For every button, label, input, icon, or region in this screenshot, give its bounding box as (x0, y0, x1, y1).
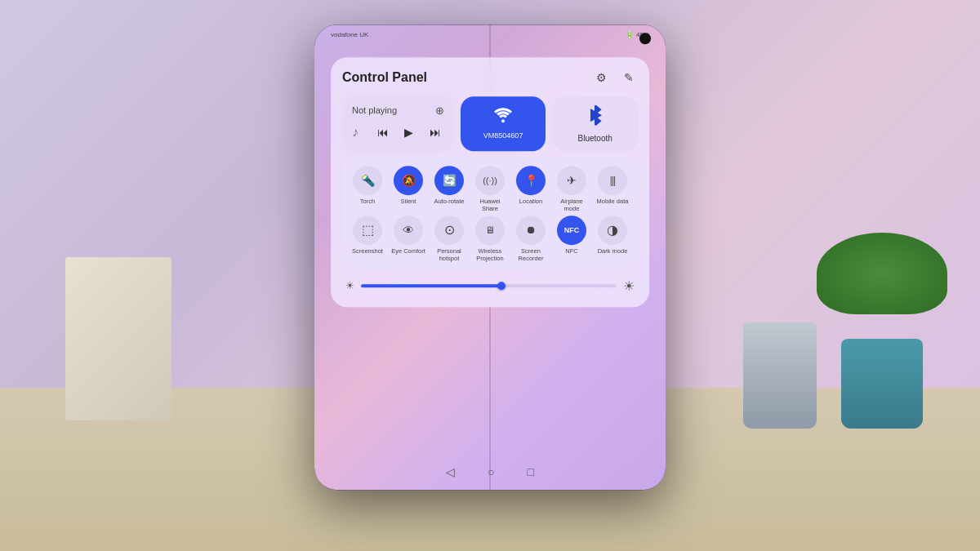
brightness-min-icon: ☀ (345, 280, 354, 291)
edit-icon[interactable]: ✎ (620, 69, 638, 87)
settings-icon[interactable]: ⚙ (592, 69, 610, 87)
media-note-icon: ♪ (352, 125, 359, 140)
nfc-label: NFC (565, 247, 577, 255)
plant-pot (841, 339, 923, 429)
panel-title: Control Panel (342, 70, 427, 85)
toggle-nfc[interactable]: NFC NFC (553, 216, 590, 262)
toggle-eye-comfort[interactable]: 👁 Eye Comfort (390, 216, 427, 262)
toggle-mobile-data[interactable]: ||| Mobile data (594, 166, 631, 212)
eye-comfort-icon: 👁 (394, 216, 423, 245)
carrier-label: vodafone UK (331, 31, 368, 38)
media-controls: ♪ ⏮ ▶ ⏭ (352, 123, 444, 141)
back-button[interactable]: ◁ (446, 465, 455, 478)
screen-recorder-icon: ⏺ (516, 216, 546, 245)
decoration-plant (833, 282, 931, 429)
brightness-thumb[interactable] (497, 282, 506, 290)
toggle-screen-recorder[interactable]: ⏺ Screen Recorder (512, 216, 550, 262)
media-buttons: ⏮ ▶ ⏭ (374, 123, 444, 141)
location-label: Location (519, 198, 542, 205)
phone-device: vodafone UK 🔋 49% Control Panel ⚙ ✎ (314, 24, 666, 490)
media-card[interactable]: Not playing ⊕ ♪ ⏮ ▶ ⏭ (342, 96, 454, 151)
toggle-autorotate[interactable]: 🔄 Auto-rotate (430, 166, 468, 212)
wireless-projection-label: Wireless Projection (471, 247, 509, 262)
autorotate-label: Auto-rotate (434, 198, 464, 205)
silent-icon: 🔕 (394, 166, 423, 195)
bluetooth-card[interactable]: Bluetooth (552, 96, 638, 151)
screenshot-icon: ⬚ (353, 216, 382, 245)
media-cast-icon[interactable]: ⊕ (435, 104, 444, 117)
top-cards: Not playing ⊕ ♪ ⏮ ▶ ⏭ (342, 96, 638, 151)
wireless-projection-icon: 🖥 (475, 216, 505, 245)
wifi-icon (493, 107, 513, 128)
eye-comfort-label: Eye Comfort (391, 247, 425, 255)
decoration-box (65, 257, 172, 420)
toggle-huawei-share[interactable]: ((·)) Huawei Share (471, 166, 509, 212)
mobile-data-label: Mobile data (597, 198, 629, 205)
prev-button[interactable]: ⏮ (374, 123, 392, 141)
brightness-fill (361, 284, 501, 287)
hotspot-icon: ⊙ (434, 216, 464, 245)
bluetooth-icon (588, 104, 603, 131)
nfc-icon: NFC (557, 216, 586, 245)
toggle-location[interactable]: 📍 Location (512, 166, 550, 212)
toggle-hotspot[interactable]: ⊙ Personal hotspot (430, 216, 468, 262)
toggle-screenshot[interactable]: ⬚ Screenshot (349, 216, 386, 262)
camera-dot (639, 33, 651, 44)
silent-label: Silent (401, 198, 416, 205)
next-button[interactable]: ⏭ (426, 123, 444, 141)
toggle-wireless-projection[interactable]: 🖥 Wireless Projection (471, 216, 509, 262)
media-status: Not playing (352, 105, 397, 115)
mobile-data-icon: ||| (598, 166, 627, 195)
brightness-row: ☀ ☀ (342, 277, 638, 295)
toggle-airplane[interactable]: ✈ Airplane mode (553, 166, 590, 212)
toggles-grid: 🔦 Torch 🔕 Silent 🔄 Auto-rotate ((·) (349, 166, 631, 262)
airplane-label: Airplane mode (553, 198, 590, 212)
wifi-card[interactable]: VM8504607 (461, 96, 546, 151)
toggle-torch[interactable]: 🔦 Torch (349, 166, 386, 212)
screen-recorder-label: Screen Recorder (512, 247, 550, 262)
panel-header: Control Panel ⚙ ✎ (342, 69, 638, 87)
toggles-section: 🔦 Torch 🔕 Silent 🔄 Auto-rotate ((·) (342, 158, 638, 270)
recents-button[interactable]: □ (528, 465, 534, 478)
svg-point-0 (501, 119, 505, 122)
play-button[interactable]: ▶ (400, 123, 418, 141)
media-card-top: Not playing ⊕ (352, 104, 444, 117)
airplane-icon: ✈ (557, 166, 586, 195)
decoration-silver-pot (743, 322, 817, 429)
control-panel: Control Panel ⚙ ✎ Not playing ⊕ (331, 57, 649, 307)
phone-screen: vodafone UK 🔋 49% Control Panel ⚙ ✎ (314, 24, 666, 490)
battery-icon: 🔋 (626, 31, 634, 38)
bluetooth-label: Bluetooth (578, 134, 612, 143)
huawei-share-icon: ((·)) (475, 166, 505, 195)
toggle-dark-mode[interactable]: ◑ Dark mode (594, 216, 631, 262)
screenshot-label: Screenshot (352, 247, 383, 255)
brightness-track[interactable] (361, 284, 617, 287)
dark-mode-icon: ◑ (598, 216, 627, 245)
dark-mode-label: Dark mode (598, 247, 628, 255)
nav-bar: ◁ ○ □ (314, 460, 666, 483)
home-button[interactable]: ○ (488, 465, 494, 478)
torch-label: Torch (360, 198, 375, 205)
location-icon: 📍 (516, 166, 546, 195)
plant-leaves (817, 233, 947, 314)
scene: vodafone UK 🔋 49% Control Panel ⚙ ✎ (0, 0, 980, 551)
panel-header-icons: ⚙ ✎ (592, 69, 638, 87)
hotspot-label: Personal hotspot (430, 247, 468, 262)
wifi-network-name: VM8504607 (483, 131, 523, 140)
huawei-share-label: Huawei Share (471, 198, 509, 212)
autorotate-icon: 🔄 (434, 166, 464, 195)
toggle-silent[interactable]: 🔕 Silent (390, 166, 427, 212)
brightness-max-icon: ☀ (623, 278, 635, 294)
torch-icon: 🔦 (353, 166, 382, 195)
